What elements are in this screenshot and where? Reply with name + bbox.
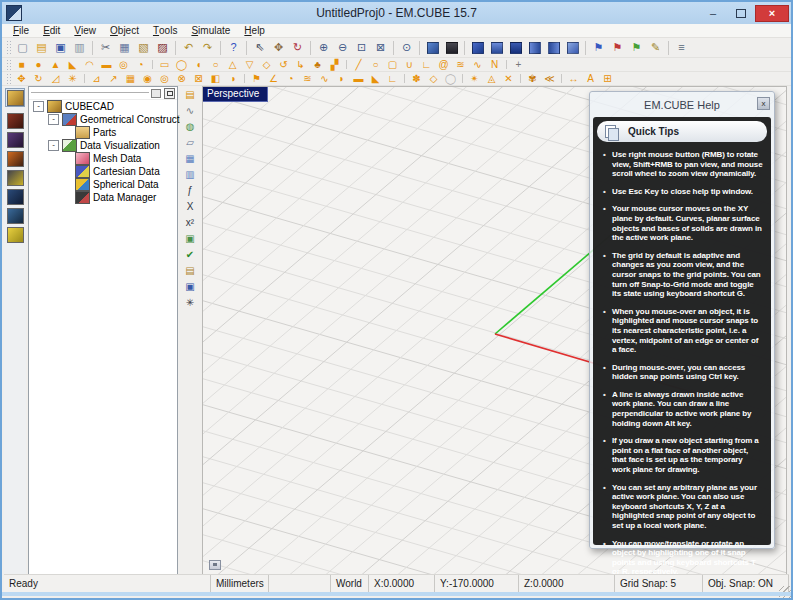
module-4[interactable] bbox=[5, 149, 25, 168]
tree-item-cartesian-data[interactable]: Cartesian Data bbox=[29, 165, 177, 178]
value-table[interactable]: ▥ bbox=[181, 167, 199, 183]
fill-tool[interactable]: ◧ bbox=[207, 72, 224, 85]
explode-parts[interactable]: ✕ bbox=[500, 72, 517, 85]
draw-circle-surface[interactable]: ◯ bbox=[173, 58, 190, 71]
redo[interactable]: ↷ bbox=[198, 39, 217, 57]
new-project[interactable]: ▢ bbox=[13, 39, 32, 57]
stack-layers[interactable]: ≋ bbox=[299, 72, 316, 85]
draw-nurbs-curve[interactable]: N bbox=[486, 58, 503, 71]
app-icon[interactable] bbox=[6, 5, 22, 21]
slice-tool[interactable]: ⊠ bbox=[190, 72, 207, 85]
tree-item-spherical-data[interactable]: Spherical Data bbox=[29, 178, 177, 191]
function-editor[interactable]: ƒ bbox=[181, 183, 199, 199]
draw-helix[interactable]: ≋ bbox=[452, 58, 469, 71]
maximize-button[interactable] bbox=[727, 5, 755, 22]
rotate-object[interactable]: ↻ bbox=[30, 72, 47, 85]
measure-ruler[interactable]: ▤ bbox=[181, 87, 199, 103]
draw-box[interactable]: ■ bbox=[13, 58, 30, 71]
mirror-object[interactable]: ⊿ bbox=[88, 72, 105, 85]
mesh-gear[interactable]: ✾ bbox=[524, 72, 541, 85]
globe-view[interactable]: ◍ bbox=[181, 119, 199, 135]
tree-item-data-visualization[interactable]: -Data Visualization bbox=[29, 139, 177, 152]
view-front[interactable] bbox=[525, 39, 544, 57]
tree-expander-cubecad[interactable]: - bbox=[33, 101, 44, 112]
array-tool[interactable]: ▦ bbox=[122, 72, 139, 85]
view-side[interactable] bbox=[563, 39, 582, 57]
toolbar-grip[interactable] bbox=[6, 73, 11, 83]
view-top[interactable] bbox=[487, 39, 506, 57]
zoom-out[interactable]: ⊖ bbox=[333, 39, 352, 57]
draw-sphere[interactable]: ● bbox=[30, 58, 47, 71]
chamfer-tool[interactable]: ▬ bbox=[350, 72, 367, 85]
help-panel-header[interactable]: EM.CUBE Help x bbox=[593, 95, 771, 115]
view-isometric[interactable] bbox=[468, 39, 487, 57]
pan-tool[interactable]: ✥ bbox=[269, 39, 288, 57]
text-label-tool[interactable]: A bbox=[582, 72, 599, 85]
viewport-3d[interactable]: Perspective EM.CUBE Help x Quick Tips Us… bbox=[202, 86, 787, 575]
explode-object[interactable]: ✳ bbox=[64, 72, 81, 85]
tree-item-parts[interactable]: Parts bbox=[29, 126, 177, 139]
zoom-in[interactable]: ⊕ bbox=[314, 39, 333, 57]
menu-item-tools[interactable]: Tools bbox=[146, 24, 184, 37]
settings-gear[interactable]: ✳ bbox=[181, 295, 199, 311]
help-close-button[interactable]: x bbox=[757, 97, 770, 110]
viewport-corner-icon[interactable] bbox=[209, 560, 221, 570]
module-5[interactable] bbox=[5, 168, 25, 187]
draw-hemisphere[interactable]: ◠ bbox=[81, 58, 98, 71]
zoom-window[interactable]: ⊡ bbox=[352, 39, 371, 57]
split-tool[interactable]: ◑ bbox=[224, 72, 241, 85]
scale-object[interactable]: ◿ bbox=[47, 72, 64, 85]
view-mode-label[interactable]: Perspective bbox=[203, 87, 268, 102]
module-3[interactable] bbox=[5, 130, 25, 149]
title-bar[interactable]: UntitledProj0 - EM.CUBE 15.7 – × bbox=[2, 2, 791, 24]
undo[interactable]: ↶ bbox=[179, 39, 198, 57]
tree-expander-geometrical-construction[interactable]: - bbox=[48, 114, 59, 125]
validate-check[interactable]: ✔ bbox=[181, 247, 199, 263]
slider-handle[interactable] bbox=[151, 89, 161, 98]
sketch-mode[interactable]: ✎ bbox=[646, 39, 665, 57]
minimize-button[interactable]: – bbox=[699, 5, 727, 22]
freeze-tool[interactable]: ◯ bbox=[442, 72, 459, 85]
draw-circle-curve[interactable]: ○ bbox=[367, 58, 384, 71]
data-table[interactable]: ▦ bbox=[181, 151, 199, 167]
local-axes-tool[interactable]: ∟ bbox=[384, 72, 401, 85]
draw-sine-curve[interactable]: ∿ bbox=[469, 58, 486, 71]
tree-expander-data-visualization[interactable]: - bbox=[48, 140, 59, 151]
draw-arc[interactable]: ∪ bbox=[401, 58, 418, 71]
terrain-tool[interactable]: ≪ bbox=[541, 72, 558, 85]
variables[interactable]: X bbox=[181, 199, 199, 215]
gear-polygonize[interactable]: ✽ bbox=[408, 72, 425, 85]
draw-disc-solid[interactable]: ▬ bbox=[98, 58, 115, 71]
loft-surface[interactable]: ♣ bbox=[309, 58, 326, 71]
move-object[interactable]: ✥ bbox=[13, 72, 30, 85]
module-8[interactable] bbox=[5, 225, 25, 244]
help[interactable]: ? bbox=[224, 39, 243, 57]
draw-line[interactable]: ╱ bbox=[350, 58, 367, 71]
draw-polygon[interactable]: ◇ bbox=[258, 58, 275, 71]
full-screen[interactable] bbox=[442, 39, 461, 57]
close-button[interactable]: × bbox=[755, 5, 789, 22]
surface-of-revolution[interactable]: ↺ bbox=[275, 58, 292, 71]
select-tool[interactable]: ⇖ bbox=[250, 39, 269, 57]
print[interactable]: ▥ bbox=[70, 39, 89, 57]
tile-windows[interactable] bbox=[423, 39, 442, 57]
image-capture[interactable]: ▣ bbox=[181, 231, 199, 247]
menu-item-object[interactable]: Object bbox=[103, 24, 146, 37]
taper-tool[interactable]: ◣ bbox=[367, 72, 384, 85]
draw-torus[interactable]: ◎ bbox=[115, 58, 132, 71]
math-expression[interactable]: x² bbox=[181, 215, 199, 231]
draw-triangle-down[interactable]: ▽ bbox=[241, 58, 258, 71]
workspace-green[interactable]: ⚑ bbox=[627, 39, 646, 57]
tree-item-mesh-data[interactable]: Mesh Data bbox=[29, 152, 177, 165]
draw-cone[interactable]: ▲ bbox=[47, 58, 64, 71]
draw-rounded-rect[interactable]: ▢ bbox=[384, 58, 401, 71]
curve-edit[interactable]: ∿ bbox=[181, 103, 199, 119]
orbit-tool[interactable]: ↻ bbox=[288, 39, 307, 57]
view-back[interactable] bbox=[544, 39, 563, 57]
fillet-tool[interactable]: ◗ bbox=[333, 72, 350, 85]
save-project[interactable]: ▣ bbox=[51, 39, 70, 57]
work-plane-tool[interactable]: ⚑ bbox=[248, 72, 265, 85]
menu-item-view[interactable]: View bbox=[67, 24, 103, 37]
zoom-extents[interactable]: ⊠ bbox=[371, 39, 390, 57]
project-tree-toggle[interactable]: ≡ bbox=[672, 39, 691, 57]
